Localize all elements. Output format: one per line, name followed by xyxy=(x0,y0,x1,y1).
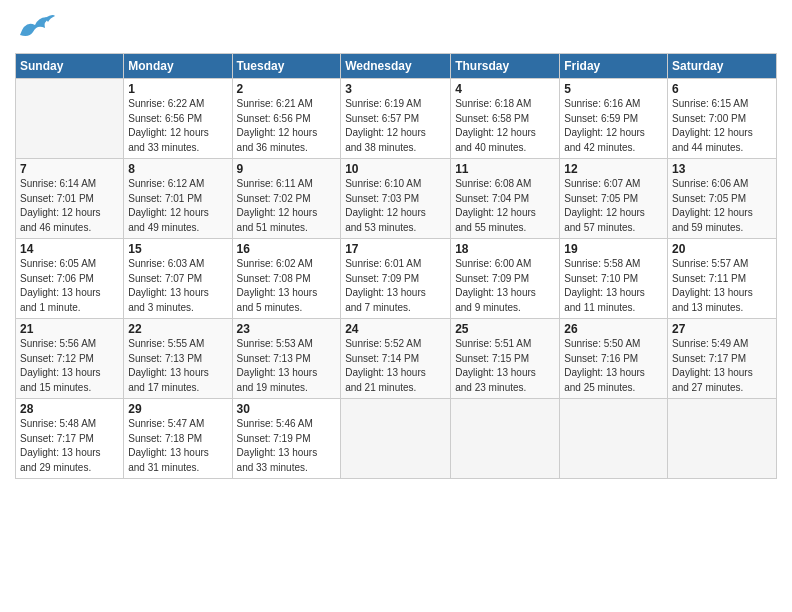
calendar-cell: 24Sunrise: 5:52 AM Sunset: 7:14 PM Dayli… xyxy=(341,319,451,399)
day-info: Sunrise: 6:22 AM Sunset: 6:56 PM Dayligh… xyxy=(128,97,227,155)
day-number: 1 xyxy=(128,82,227,96)
calendar-week-row: 1Sunrise: 6:22 AM Sunset: 6:56 PM Daylig… xyxy=(16,79,777,159)
calendar-cell: 23Sunrise: 5:53 AM Sunset: 7:13 PM Dayli… xyxy=(232,319,341,399)
calendar-cell: 12Sunrise: 6:07 AM Sunset: 7:05 PM Dayli… xyxy=(560,159,668,239)
day-info: Sunrise: 6:18 AM Sunset: 6:58 PM Dayligh… xyxy=(455,97,555,155)
day-number: 19 xyxy=(564,242,663,256)
calendar-cell: 9Sunrise: 6:11 AM Sunset: 7:02 PM Daylig… xyxy=(232,159,341,239)
page-header xyxy=(15,10,777,45)
calendar-cell: 14Sunrise: 6:05 AM Sunset: 7:06 PM Dayli… xyxy=(16,239,124,319)
calendar-cell xyxy=(16,79,124,159)
day-info: Sunrise: 5:51 AM Sunset: 7:15 PM Dayligh… xyxy=(455,337,555,395)
calendar-cell: 6Sunrise: 6:15 AM Sunset: 7:00 PM Daylig… xyxy=(668,79,777,159)
day-number: 9 xyxy=(237,162,337,176)
day-number: 4 xyxy=(455,82,555,96)
weekday-header: Friday xyxy=(560,54,668,79)
logo xyxy=(15,10,59,45)
calendar-header-row: SundayMondayTuesdayWednesdayThursdayFrid… xyxy=(16,54,777,79)
day-number: 25 xyxy=(455,322,555,336)
day-number: 11 xyxy=(455,162,555,176)
weekday-header: Monday xyxy=(124,54,232,79)
day-info: Sunrise: 5:55 AM Sunset: 7:13 PM Dayligh… xyxy=(128,337,227,395)
day-info: Sunrise: 6:06 AM Sunset: 7:05 PM Dayligh… xyxy=(672,177,772,235)
day-number: 5 xyxy=(564,82,663,96)
calendar-cell: 20Sunrise: 5:57 AM Sunset: 7:11 PM Dayli… xyxy=(668,239,777,319)
day-info: Sunrise: 5:46 AM Sunset: 7:19 PM Dayligh… xyxy=(237,417,337,475)
day-number: 18 xyxy=(455,242,555,256)
calendar-week-row: 14Sunrise: 6:05 AM Sunset: 7:06 PM Dayli… xyxy=(16,239,777,319)
calendar-cell: 30Sunrise: 5:46 AM Sunset: 7:19 PM Dayli… xyxy=(232,399,341,479)
day-number: 13 xyxy=(672,162,772,176)
day-number: 28 xyxy=(20,402,119,416)
calendar-cell: 22Sunrise: 5:55 AM Sunset: 7:13 PM Dayli… xyxy=(124,319,232,399)
day-info: Sunrise: 6:00 AM Sunset: 7:09 PM Dayligh… xyxy=(455,257,555,315)
calendar-cell: 8Sunrise: 6:12 AM Sunset: 7:01 PM Daylig… xyxy=(124,159,232,239)
day-info: Sunrise: 5:57 AM Sunset: 7:11 PM Dayligh… xyxy=(672,257,772,315)
day-info: Sunrise: 6:14 AM Sunset: 7:01 PM Dayligh… xyxy=(20,177,119,235)
calendar-cell: 2Sunrise: 6:21 AM Sunset: 6:56 PM Daylig… xyxy=(232,79,341,159)
calendar-cell: 5Sunrise: 6:16 AM Sunset: 6:59 PM Daylig… xyxy=(560,79,668,159)
day-info: Sunrise: 5:48 AM Sunset: 7:17 PM Dayligh… xyxy=(20,417,119,475)
day-info: Sunrise: 6:15 AM Sunset: 7:00 PM Dayligh… xyxy=(672,97,772,155)
logo-bird-icon xyxy=(15,10,55,45)
day-info: Sunrise: 6:11 AM Sunset: 7:02 PM Dayligh… xyxy=(237,177,337,235)
day-number: 16 xyxy=(237,242,337,256)
day-info: Sunrise: 6:01 AM Sunset: 7:09 PM Dayligh… xyxy=(345,257,446,315)
day-number: 23 xyxy=(237,322,337,336)
calendar-cell: 25Sunrise: 5:51 AM Sunset: 7:15 PM Dayli… xyxy=(451,319,560,399)
day-number: 20 xyxy=(672,242,772,256)
day-info: Sunrise: 6:07 AM Sunset: 7:05 PM Dayligh… xyxy=(564,177,663,235)
day-info: Sunrise: 6:08 AM Sunset: 7:04 PM Dayligh… xyxy=(455,177,555,235)
day-info: Sunrise: 5:52 AM Sunset: 7:14 PM Dayligh… xyxy=(345,337,446,395)
weekday-header: Sunday xyxy=(16,54,124,79)
day-info: Sunrise: 6:12 AM Sunset: 7:01 PM Dayligh… xyxy=(128,177,227,235)
calendar-cell: 13Sunrise: 6:06 AM Sunset: 7:05 PM Dayli… xyxy=(668,159,777,239)
calendar-cell: 15Sunrise: 6:03 AM Sunset: 7:07 PM Dayli… xyxy=(124,239,232,319)
calendar-week-row: 7Sunrise: 6:14 AM Sunset: 7:01 PM Daylig… xyxy=(16,159,777,239)
calendar-cell: 10Sunrise: 6:10 AM Sunset: 7:03 PM Dayli… xyxy=(341,159,451,239)
day-info: Sunrise: 5:53 AM Sunset: 7:13 PM Dayligh… xyxy=(237,337,337,395)
calendar-cell: 19Sunrise: 5:58 AM Sunset: 7:10 PM Dayli… xyxy=(560,239,668,319)
day-info: Sunrise: 6:16 AM Sunset: 6:59 PM Dayligh… xyxy=(564,97,663,155)
calendar-cell: 26Sunrise: 5:50 AM Sunset: 7:16 PM Dayli… xyxy=(560,319,668,399)
calendar-cell: 21Sunrise: 5:56 AM Sunset: 7:12 PM Dayli… xyxy=(16,319,124,399)
day-info: Sunrise: 5:56 AM Sunset: 7:12 PM Dayligh… xyxy=(20,337,119,395)
day-number: 15 xyxy=(128,242,227,256)
calendar-cell: 28Sunrise: 5:48 AM Sunset: 7:17 PM Dayli… xyxy=(16,399,124,479)
day-info: Sunrise: 6:19 AM Sunset: 6:57 PM Dayligh… xyxy=(345,97,446,155)
day-info: Sunrise: 5:50 AM Sunset: 7:16 PM Dayligh… xyxy=(564,337,663,395)
calendar-table: SundayMondayTuesdayWednesdayThursdayFrid… xyxy=(15,53,777,479)
weekday-header: Saturday xyxy=(668,54,777,79)
calendar-cell: 3Sunrise: 6:19 AM Sunset: 6:57 PM Daylig… xyxy=(341,79,451,159)
day-number: 10 xyxy=(345,162,446,176)
calendar-week-row: 28Sunrise: 5:48 AM Sunset: 7:17 PM Dayli… xyxy=(16,399,777,479)
calendar-cell xyxy=(668,399,777,479)
calendar-week-row: 21Sunrise: 5:56 AM Sunset: 7:12 PM Dayli… xyxy=(16,319,777,399)
page-container: SundayMondayTuesdayWednesdayThursdayFrid… xyxy=(0,0,792,489)
calendar-cell xyxy=(451,399,560,479)
calendar-cell: 4Sunrise: 6:18 AM Sunset: 6:58 PM Daylig… xyxy=(451,79,560,159)
day-info: Sunrise: 5:49 AM Sunset: 7:17 PM Dayligh… xyxy=(672,337,772,395)
day-info: Sunrise: 6:10 AM Sunset: 7:03 PM Dayligh… xyxy=(345,177,446,235)
day-number: 17 xyxy=(345,242,446,256)
day-info: Sunrise: 5:47 AM Sunset: 7:18 PM Dayligh… xyxy=(128,417,227,475)
calendar-cell: 18Sunrise: 6:00 AM Sunset: 7:09 PM Dayli… xyxy=(451,239,560,319)
calendar-cell xyxy=(341,399,451,479)
calendar-cell: 17Sunrise: 6:01 AM Sunset: 7:09 PM Dayli… xyxy=(341,239,451,319)
day-number: 30 xyxy=(237,402,337,416)
day-number: 8 xyxy=(128,162,227,176)
day-number: 2 xyxy=(237,82,337,96)
weekday-header: Wednesday xyxy=(341,54,451,79)
calendar-cell: 29Sunrise: 5:47 AM Sunset: 7:18 PM Dayli… xyxy=(124,399,232,479)
day-number: 27 xyxy=(672,322,772,336)
day-number: 6 xyxy=(672,82,772,96)
day-number: 3 xyxy=(345,82,446,96)
day-number: 14 xyxy=(20,242,119,256)
day-number: 29 xyxy=(128,402,227,416)
day-info: Sunrise: 6:21 AM Sunset: 6:56 PM Dayligh… xyxy=(237,97,337,155)
weekday-header: Tuesday xyxy=(232,54,341,79)
day-info: Sunrise: 6:05 AM Sunset: 7:06 PM Dayligh… xyxy=(20,257,119,315)
day-number: 22 xyxy=(128,322,227,336)
calendar-cell: 11Sunrise: 6:08 AM Sunset: 7:04 PM Dayli… xyxy=(451,159,560,239)
day-info: Sunrise: 6:03 AM Sunset: 7:07 PM Dayligh… xyxy=(128,257,227,315)
